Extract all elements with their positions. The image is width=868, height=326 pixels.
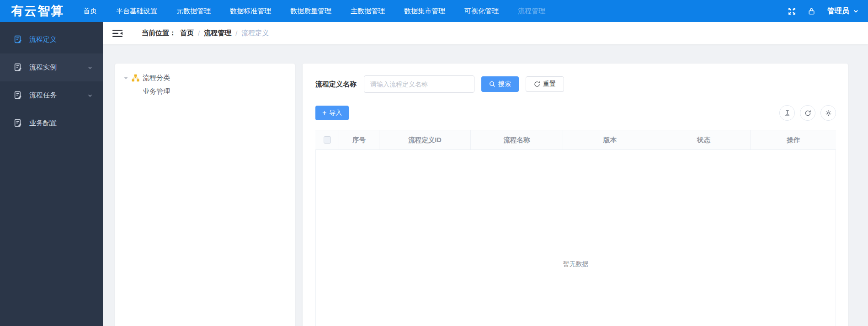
breadcrumb: 当前位置： 首页 / 流程管理 / 流程定义 <box>142 29 269 37</box>
document-edit-icon <box>14 63 22 72</box>
main-content: 流程分类 业务管理 流程定义名称 搜索 <box>103 44 868 326</box>
top-header-bar: 有云智算 首页 平台基础设置 元数据管理 数据标准管理 数据质量管理 主数据管理… <box>0 0 868 22</box>
column-header-process-definition-id: 流程定义ID <box>379 130 471 150</box>
table-header-row: 序号 流程定义ID 流程名称 版本 状态 操作 <box>315 130 836 150</box>
search-form: 流程定义名称 搜索 重置 <box>315 75 836 93</box>
breadcrumb-separator: / <box>235 29 237 37</box>
table-density-button[interactable] <box>779 105 795 121</box>
sidebar-item-business-config[interactable]: 业务配置 <box>0 109 103 137</box>
left-sidebar: 流程定义 流程实例 流程任务 <box>0 22 103 326</box>
reset-button[interactable]: 重置 <box>526 76 564 92</box>
sidebar-item-label: 流程定义 <box>29 35 57 44</box>
fullscreen-icon[interactable] <box>788 7 796 15</box>
sidebar-fold-icon[interactable] <box>112 29 122 37</box>
reset-button-label: 重置 <box>543 80 556 88</box>
refresh-table-button[interactable] <box>800 105 815 121</box>
nav-item-metadata[interactable]: 元数据管理 <box>176 7 211 16</box>
import-button[interactable]: + 导入 <box>315 106 349 120</box>
process-definition-panel: 流程定义名称 搜索 重置 <box>303 64 848 326</box>
breadcrumb-item-current: 流程定义 <box>241 29 269 37</box>
sidebar-item-label: 流程实例 <box>29 63 57 72</box>
select-all-header-cell <box>315 130 339 150</box>
nav-item-home[interactable]: 首页 <box>83 7 97 16</box>
breadcrumb-item-process-management[interactable]: 流程管理 <box>204 29 231 37</box>
document-edit-icon <box>14 119 22 128</box>
lock-icon[interactable] <box>808 7 815 15</box>
nav-item-master-data[interactable]: 主数据管理 <box>351 7 385 16</box>
category-tree-panel: 流程分类 业务管理 <box>115 64 295 326</box>
search-button-label: 搜索 <box>498 80 511 88</box>
tree-node-business-management[interactable]: 业务管理 <box>143 87 288 96</box>
nav-item-data-quality[interactable]: 数据质量管理 <box>290 7 331 16</box>
breadcrumb-item-home[interactable]: 首页 <box>180 29 194 37</box>
search-button[interactable]: 搜索 <box>481 76 519 92</box>
breadcrumb-prefix: 当前位置： <box>142 29 176 37</box>
nav-item-platform-settings[interactable]: 平台基础设置 <box>116 7 157 16</box>
empty-state-text: 暂无数据 <box>563 260 589 268</box>
user-name: 管理员 <box>827 6 849 16</box>
column-header-index: 序号 <box>339 130 379 150</box>
breadcrumb-separator: / <box>198 29 200 37</box>
chevron-down-icon <box>853 8 859 14</box>
table-tool-icons <box>779 105 836 121</box>
search-icon <box>489 81 495 87</box>
top-navigation: 首页 平台基础设置 元数据管理 数据标准管理 数据质量管理 主数据管理 数据集市… <box>83 7 545 16</box>
select-all-checkbox[interactable] <box>324 136 331 144</box>
document-edit-icon <box>14 35 22 44</box>
nav-item-process-management[interactable]: 流程管理 <box>518 7 545 16</box>
process-definition-name-input[interactable] <box>364 75 474 93</box>
column-header-status: 状态 <box>657 130 751 150</box>
chevron-down-icon <box>87 93 93 98</box>
nav-item-data-standard[interactable]: 数据标准管理 <box>230 7 271 16</box>
tree-node-process-category[interactable]: 流程分类 <box>123 74 288 82</box>
topbar-right-tools: 管理员 <box>788 6 868 16</box>
nav-item-data-mart[interactable]: 数据集市管理 <box>404 7 445 16</box>
sidebar-item-process-instance[interactable]: 流程实例 <box>0 53 103 81</box>
tree-node-label: 流程分类 <box>143 74 170 82</box>
column-header-actions: 操作 <box>751 130 836 150</box>
column-header-process-name: 流程名称 <box>471 130 563 150</box>
column-header-version: 版本 <box>563 130 657 150</box>
sidebar-item-process-task[interactable]: 流程任务 <box>0 81 103 109</box>
caret-down-icon[interactable] <box>123 75 128 80</box>
sidebar-item-process-definition[interactable]: 流程定义 <box>0 26 103 53</box>
app-logo: 有云智算 <box>11 3 64 19</box>
breadcrumb-bar: 当前位置： 首页 / 流程管理 / 流程定义 <box>103 22 868 44</box>
document-edit-icon <box>14 91 22 100</box>
sidebar-item-label: 流程任务 <box>29 91 57 100</box>
column-settings-button[interactable] <box>820 105 836 121</box>
user-menu[interactable]: 管理员 <box>827 6 859 16</box>
search-field-label: 流程定义名称 <box>315 80 357 89</box>
process-definition-table: 序号 流程定义ID 流程名称 版本 状态 操作 暂无数据 <box>315 130 836 326</box>
chevron-down-icon <box>87 65 93 70</box>
sidebar-item-label: 业务配置 <box>29 119 57 128</box>
refresh-icon <box>534 81 540 87</box>
nav-item-visualization[interactable]: 可视化管理 <box>464 7 499 16</box>
import-button-label: 导入 <box>329 109 342 117</box>
plus-icon: + <box>322 109 326 117</box>
table-body-empty: 暂无数据 <box>315 150 836 326</box>
table-toolbar: + 导入 <box>315 105 836 121</box>
org-chart-icon <box>132 74 139 82</box>
